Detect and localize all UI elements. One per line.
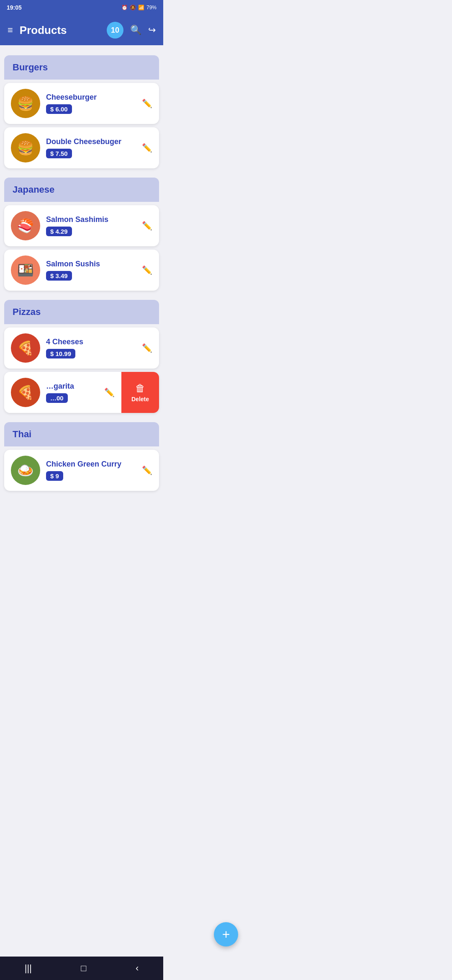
swipe-row-margarita: 🍕 …garita …00 ✏️ 🗑 Delete — [4, 372, 159, 413]
edit-icon-sushis[interactable]: ✏️ — [142, 265, 152, 275]
header: ≡ Products 10 🔍 ↪ — [0, 15, 163, 45]
category-thai: Thai 🍛 Chicken Green Curry $ 9 ✏️ — [4, 422, 159, 494]
product-price-sushis: $ 3.49 — [46, 271, 72, 281]
edit-icon-cheeseburger[interactable]: ✏️ — [142, 98, 152, 108]
product-name-4cheeses: 4 Cheeses — [46, 338, 136, 346]
product-image-margarita: 🍕 — [11, 378, 40, 407]
product-info-sushis: Salmon Sushis $ 3.49 — [46, 260, 136, 281]
product-card-salmon-sashimis: 🍣 Salmon Sashimis $ 4.29 ✏️ — [4, 205, 159, 246]
product-card-double-cheeseburger: 🍔 Double Cheesebuger $ 7.50 ✏️ — [4, 127, 159, 168]
battery-label: 79% — [146, 5, 157, 10]
product-card-cheeseburger: 🍔 Cheeseburger $ 6.00 ✏️ — [4, 83, 159, 124]
product-name-double: Double Cheesebuger — [46, 137, 136, 146]
product-card-chicken-green-curry: 🍛 Chicken Green Curry $ 9 ✏️ — [4, 450, 159, 491]
category-header-burgers: Burgers — [4, 55, 159, 80]
status-bar: 19:05 ⏰ 🔕 📶 79% — [0, 0, 163, 15]
delete-button-margarita[interactable]: 🗑 Delete — [121, 372, 159, 413]
product-info-sashimis: Salmon Sashimis $ 4.29 — [46, 215, 136, 236]
delete-label: Delete — [131, 396, 149, 402]
product-price-cheeseburger: $ 6.00 — [46, 104, 72, 114]
menu-icon[interactable]: ≡ — [8, 25, 13, 36]
product-info-margarita: …garita …00 — [46, 382, 98, 403]
category-header-pizzas: Pizzas — [4, 300, 159, 324]
edit-icon-sashimis[interactable]: ✏️ — [142, 221, 152, 231]
product-price-chicken-green-curry: $ 9 — [46, 471, 63, 481]
product-image-sashimis: 🍣 — [11, 211, 40, 240]
product-card-4cheeses: 🍕 4 Cheeses $ 10.99 ✏️ — [4, 328, 159, 369]
category-header-japanese: Japanese — [4, 178, 159, 202]
status-icons: ⏰ 🔕 📶 79% — [121, 5, 157, 10]
alarm-icon: ⏰ — [121, 5, 128, 10]
product-image-cheeseburger: 🍔 — [11, 89, 40, 118]
category-title-burgers: Burgers — [13, 62, 48, 72]
product-info-double: Double Cheesebuger $ 7.50 — [46, 137, 136, 158]
share-icon[interactable]: ↪ — [148, 25, 156, 36]
product-image-chicken-green-curry: 🍛 — [11, 456, 40, 485]
category-japanese: Japanese 🍣 Salmon Sashimis $ 4.29 ✏️ 🍱 S… — [4, 178, 159, 294]
cart-badge[interactable]: 10 — [107, 22, 123, 39]
category-burgers: Burgers 🍔 Cheeseburger $ 6.00 ✏️ 🍔 Doubl… — [4, 55, 159, 172]
product-price-margarita: …00 — [46, 393, 68, 403]
edit-icon-double[interactable]: ✏️ — [142, 143, 152, 153]
product-price-double: $ 7.50 — [46, 149, 72, 158]
product-info-cheeseburger: Cheeseburger $ 6.00 — [46, 93, 136, 114]
product-name-chicken-green-curry: Chicken Green Curry — [46, 460, 136, 469]
product-card-salmon-sushis: 🍱 Salmon Sushis $ 3.49 ✏️ — [4, 250, 159, 291]
product-card-margarita: 🍕 …garita …00 ✏️ — [4, 372, 121, 413]
product-info-4cheeses: 4 Cheeses $ 10.99 — [46, 338, 136, 358]
status-time: 19:05 — [7, 4, 22, 11]
product-name-sushis: Salmon Sushis — [46, 260, 136, 268]
mute-icon: 🔕 — [130, 5, 136, 10]
category-title-pizzas: Pizzas — [13, 307, 41, 317]
edit-icon-chicken-green-curry[interactable]: ✏️ — [142, 465, 152, 475]
product-image-4cheeses: 🍕 — [11, 333, 40, 363]
search-icon[interactable]: 🔍 — [130, 25, 141, 36]
category-pizzas: Pizzas 🍕 4 Cheeses $ 10.99 ✏️ 🍕 …garita … — [4, 300, 159, 416]
product-price-4cheeses: $ 10.99 — [46, 349, 75, 358]
product-name-sashimis: Salmon Sashimis — [46, 215, 136, 224]
product-price-sashimis: $ 4.29 — [46, 227, 72, 236]
category-title-thai: Thai — [13, 429, 31, 439]
trash-icon: 🗑 — [135, 382, 145, 394]
wifi-icon: 📶 — [138, 5, 144, 10]
edit-icon-4cheeses[interactable]: ✏️ — [142, 343, 152, 353]
product-image-sushis: 🍱 — [11, 255, 40, 285]
category-title-japanese: Japanese — [13, 184, 54, 195]
product-name-margarita: …garita — [46, 382, 98, 391]
product-info-chicken-green-curry: Chicken Green Curry $ 9 — [46, 460, 136, 481]
edit-icon-margarita[interactable]: ✏️ — [104, 387, 115, 397]
content: Burgers 🍔 Cheeseburger $ 6.00 ✏️ 🍔 Doubl… — [0, 45, 163, 528]
product-image-double: 🍔 — [11, 133, 40, 162]
page-title: Products — [20, 24, 100, 37]
product-name-cheeseburger: Cheeseburger — [46, 93, 136, 102]
category-header-thai: Thai — [4, 422, 159, 446]
